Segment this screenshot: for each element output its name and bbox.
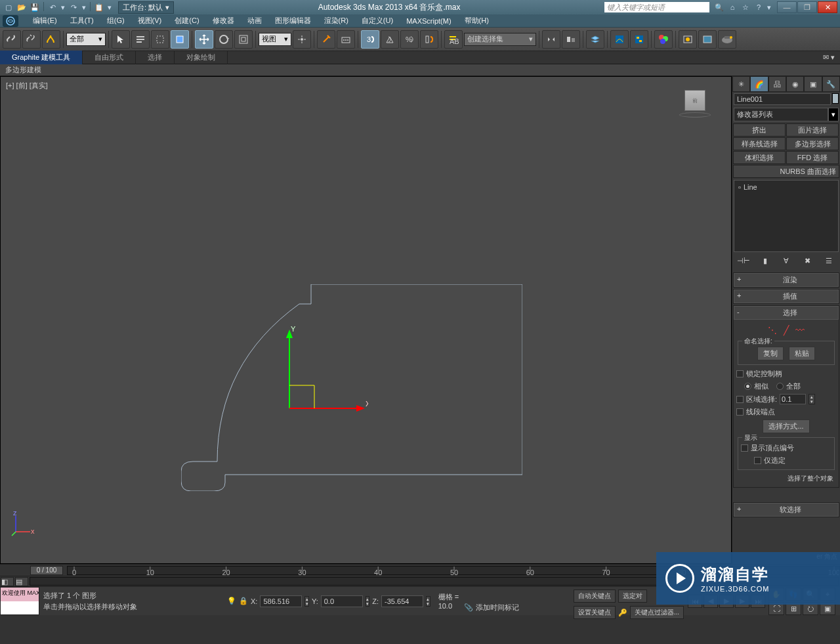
help-icon[interactable]: ? [753, 2, 765, 12]
rotate-icon[interactable] [215, 30, 233, 49]
menu-help[interactable]: 帮助(H) [458, 14, 495, 27]
ribbon-tab-selection[interactable]: 选择 [136, 51, 175, 64]
align-icon[interactable] [562, 30, 580, 49]
open-icon[interactable]: 📂 [16, 2, 28, 12]
keyboard-shortcut-icon[interactable] [337, 30, 355, 49]
show-end-icon[interactable]: ▮ [759, 255, 772, 267]
menu-tools[interactable]: 工具(T) [64, 14, 100, 27]
render-production-icon[interactable] [718, 30, 736, 49]
key-filters-button[interactable]: 关键点过滤器... [630, 606, 684, 619]
select-manipulate-icon[interactable] [317, 30, 335, 49]
show-vertnum-check[interactable] [741, 444, 748, 452]
y-input[interactable] [321, 595, 363, 607]
window-crossing-icon[interactable] [171, 30, 189, 49]
schematic-view-icon[interactable] [630, 30, 648, 49]
ribbon-tab-graphite[interactable]: Graphite 建模工具 [0, 51, 83, 64]
segend-check[interactable] [736, 408, 744, 416]
new-icon[interactable]: ▢ [3, 2, 14, 12]
close-button[interactable]: ✕ [818, 1, 837, 13]
spinner-snap-icon[interactable] [420, 30, 438, 49]
pivot-icon[interactable] [293, 30, 311, 49]
z-input[interactable] [381, 595, 423, 607]
all-radio[interactable] [776, 383, 784, 390]
modify-tab-icon[interactable]: 🌈 [750, 76, 768, 92]
undo-icon[interactable]: ↶ [47, 2, 58, 12]
isolate-icon[interactable]: 💡 [227, 597, 236, 605]
segment-subobj-icon[interactable]: ╱ [784, 325, 789, 335]
select-by-button[interactable]: 选择方式... [763, 419, 809, 433]
menu-create[interactable]: 创建(C) [168, 14, 205, 27]
ribbon-panel-label[interactable]: 多边形建模 [0, 64, 840, 76]
modbtn-face[interactable]: 面片选择 [786, 123, 839, 137]
menu-maxscript[interactable]: MAXScript(M) [400, 16, 457, 26]
menu-group[interactable]: 组(G) [100, 14, 131, 27]
motion-tab-icon[interactable]: ◉ [786, 76, 804, 92]
viewcube[interactable]: 前 [679, 90, 711, 123]
move-gizmo[interactable]: Y X [283, 326, 368, 418]
utilities-tab-icon[interactable]: 🔧 [822, 76, 840, 92]
maxscript-listener[interactable]: 欢迎使用 MAXScr [0, 587, 39, 615]
rollout-interp-header[interactable]: +插值 [734, 290, 839, 303]
lock-handles-check[interactable] [736, 370, 744, 377]
percent-snap-icon[interactable]: % [400, 30, 419, 49]
modbtn-ffd[interactable]: FFD 选择 [786, 151, 839, 164]
help-search-input[interactable]: 键入关键字或短语 [604, 2, 709, 12]
similar-radio[interactable] [744, 383, 751, 390]
menu-modifiers[interactable]: 修改器 [206, 14, 241, 27]
area-spinner[interactable] [780, 394, 806, 404]
viewport-front[interactable]: [+] [前] [真实] 前 Y X z x [0, 76, 732, 564]
display-tab-icon[interactable]: ▣ [804, 76, 822, 92]
viewport-label[interactable]: [+] [前] [真实] [6, 81, 48, 91]
create-tab-icon[interactable]: ✳ [732, 76, 750, 92]
move-icon[interactable] [195, 30, 213, 49]
modbtn-vol[interactable]: 体积选择 [733, 151, 786, 164]
modbtn-poly[interactable]: 多边形选择 [786, 137, 839, 150]
selected-button[interactable]: 选定对 [618, 590, 647, 603]
area-spinner-arrows[interactable]: ▴▾ [808, 394, 815, 404]
spline-subobj-icon[interactable]: 〰 [795, 325, 805, 335]
render-frame-icon[interactable] [698, 30, 717, 49]
project-dropdown-icon[interactable]: ▾ [106, 2, 113, 12]
redo-icon[interactable]: ↷ [68, 2, 79, 12]
menu-customize[interactable]: 自定义(U) [355, 14, 400, 27]
bind-icon[interactable] [42, 30, 60, 49]
rollout-softsel-header[interactable]: +软选择 [734, 503, 839, 517]
sel-only-check[interactable] [754, 457, 761, 464]
rollout-select-header[interactable]: -选择 [734, 306, 839, 320]
minimize-button[interactable]: — [777, 1, 797, 13]
time-tag-icon[interactable]: 📎 [464, 603, 473, 612]
select-region-icon[interactable] [151, 30, 169, 49]
render-setup-icon[interactable] [679, 30, 697, 49]
menu-animation[interactable]: 动画 [241, 14, 268, 27]
angle-snap-icon[interactable] [381, 30, 399, 49]
modifier-stack[interactable]: ▫Line [734, 180, 839, 252]
ref-coord-combo[interactable]: 视图▾ [259, 33, 291, 46]
modbtn-nurbs[interactable]: NURBS 曲面选择 [733, 165, 839, 178]
layer-manager-icon[interactable] [586, 30, 604, 49]
app-menu-button[interactable] [3, 15, 18, 27]
remove-mod-icon[interactable]: ✖ [801, 255, 814, 267]
mirror-icon[interactable] [542, 30, 560, 49]
named-sel-combo[interactable]: 创建选择集▾ [464, 33, 536, 46]
scale-icon[interactable] [234, 30, 253, 49]
track-filter-icon[interactable]: ▤ [15, 577, 28, 586]
ribbon-tab-paint[interactable]: 对象绘制 [175, 51, 228, 64]
auto-key-button[interactable]: 自动关键点 [574, 590, 616, 603]
modbtn-extrude[interactable]: 挤出 [733, 123, 786, 137]
configure-icon[interactable]: ☰ [822, 255, 835, 267]
paste-button[interactable]: 粘贴 [789, 347, 815, 360]
area-sel-check[interactable] [736, 396, 744, 403]
favorites-icon[interactable]: ☆ [740, 2, 751, 12]
x-input[interactable] [260, 595, 302, 607]
binoculars-icon[interactable]: 🔍 [713, 2, 725, 12]
save-icon[interactable]: 💾 [29, 2, 41, 12]
stack-item-line[interactable]: ▫Line [736, 182, 837, 192]
edit-named-sel-icon[interactable]: ABC [444, 30, 463, 49]
unlink-icon[interactable] [22, 30, 41, 49]
vertex-subobj-icon[interactable]: ⋱ [768, 325, 777, 335]
unique-icon[interactable]: ∀ [780, 255, 793, 267]
time-slider-handle[interactable]: 0 / 100 [30, 566, 63, 575]
key-filter-icon[interactable]: 🔑 [618, 609, 627, 617]
object-color-swatch[interactable] [832, 93, 839, 104]
lock-icon[interactable]: 🔒 [239, 597, 248, 605]
